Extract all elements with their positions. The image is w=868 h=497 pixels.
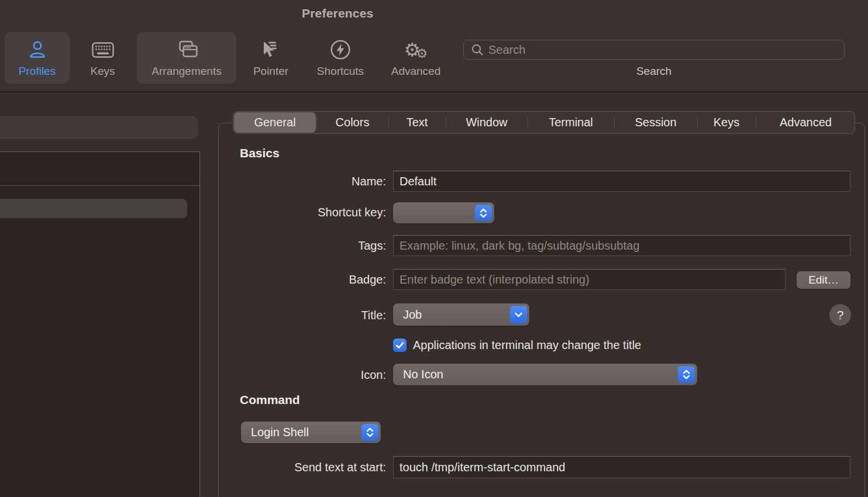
badge-input[interactable]	[393, 269, 786, 290]
keyboard-icon	[92, 35, 114, 64]
preferences-window: Preferences Profiles	[0, 0, 868, 497]
tab-terminal[interactable]: Terminal	[528, 112, 614, 133]
updown-chevron-icon	[678, 366, 695, 383]
checkmark-icon	[395, 341, 404, 349]
lightning-circle-icon	[329, 35, 352, 64]
search-input[interactable]	[488, 43, 844, 57]
toolbar-item-label: Arrangements	[151, 65, 221, 78]
badge-label: Badge:	[240, 273, 386, 287]
profiles-list-header-divider	[0, 185, 199, 186]
window-title: Preferences	[302, 6, 373, 20]
toolbar-item-profiles[interactable]: Profiles	[5, 32, 70, 84]
toolbar-item-label: Keys	[90, 65, 115, 78]
toolbar-item-pointer[interactable]: Pointer	[242, 32, 300, 84]
shortcut-key-popup[interactable]	[393, 202, 494, 223]
cursor-icon	[260, 35, 282, 64]
tab-colors[interactable]: Colors	[316, 112, 388, 133]
basics-heading: Basics	[240, 146, 280, 160]
search-toolbar-label: Search	[463, 65, 845, 78]
toolbar-item-arrangements[interactable]: Arrangements	[137, 32, 236, 84]
profiles-list[interactable]	[0, 151, 200, 497]
command-heading: Command	[240, 393, 300, 407]
title-change-checkbox-label: Applications in terminal may change the …	[413, 339, 641, 352]
title-change-checkbox[interactable]	[393, 339, 407, 352]
updown-chevron-icon	[361, 424, 378, 441]
shortcut-key-label: Shortcut key:	[240, 206, 386, 219]
tags-label: Tags:	[240, 239, 386, 253]
gears-icon: ⚙⚙	[404, 35, 428, 64]
tab-general[interactable]: General	[234, 112, 316, 133]
toolbar-item-label: Pointer	[253, 65, 288, 78]
toolbar-separator	[0, 91, 868, 92]
icon-popup-value: No Icon	[403, 368, 443, 381]
tab-text[interactable]: Text	[388, 112, 446, 133]
tab-session[interactable]: Session	[614, 112, 697, 133]
title-label: Title:	[240, 309, 386, 322]
send-text-label: Send text at start:	[240, 461, 386, 474]
search-icon	[471, 43, 484, 56]
toolbar-item-label: Shortcuts	[317, 65, 364, 78]
icon-label: Icon:	[240, 368, 386, 382]
profiles-filter-field[interactable]	[0, 116, 198, 139]
toolbar-search-field[interactable]	[463, 40, 845, 60]
tab-keys[interactable]: Keys	[697, 112, 756, 133]
updown-chevron-icon	[475, 205, 492, 221]
tags-input[interactable]	[393, 235, 850, 256]
name-label: Name:	[240, 175, 386, 188]
profiles-list-selected-row[interactable]	[0, 199, 187, 218]
tab-window[interactable]: Window	[446, 112, 528, 133]
title-popup-value: Job	[403, 308, 422, 322]
toolbar-item-label: Advanced	[391, 65, 441, 78]
tab-advanced[interactable]: Advanced	[756, 112, 856, 133]
command-popup[interactable]: Login Shell	[241, 422, 381, 443]
toolbar: Preferences Profiles	[0, 0, 868, 91]
name-input[interactable]	[393, 171, 850, 192]
command-popup-value: Login Shell	[251, 426, 309, 439]
icon-popup[interactable]: No Icon	[393, 364, 697, 385]
person-icon	[27, 35, 47, 64]
toolbar-item-advanced[interactable]: ⚙⚙ Advanced	[380, 32, 452, 84]
title-popup[interactable]: Job	[393, 303, 529, 326]
toolbar-item-shortcuts[interactable]: Shortcuts	[304, 32, 377, 84]
toolbar-item-label: Profiles	[19, 65, 56, 78]
help-button[interactable]: ?	[829, 304, 851, 326]
windows-icon	[174, 35, 199, 64]
badge-edit-button[interactable]: Edit…	[797, 271, 850, 289]
send-text-input[interactable]	[393, 456, 850, 478]
toolbar-item-keys[interactable]: Keys	[77, 32, 128, 84]
down-chevron-icon	[510, 306, 527, 323]
profile-tabs: General Colors Text Window Terminal Sess…	[233, 111, 855, 134]
